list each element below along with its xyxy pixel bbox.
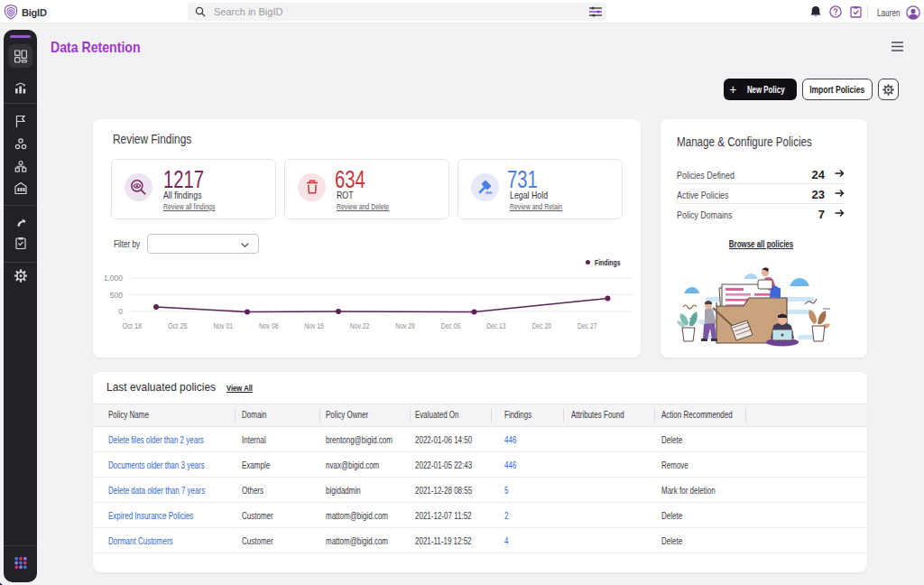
svg-text:Dec 06: Dec 06 — [441, 321, 461, 330]
svg-text:Nov 08: Nov 08 — [259, 321, 279, 330]
svg-text:Nov 29: Nov 29 — [395, 321, 415, 330]
svg-text:1,000: 1,000 — [104, 274, 124, 283]
svg-text:500: 500 — [110, 291, 123, 300]
svg-text:Dec 13: Dec 13 — [486, 321, 506, 330]
svg-text:Nov 15: Nov 15 — [304, 321, 324, 330]
svg-text:Nov 22: Nov 22 — [350, 321, 370, 330]
svg-text:Dec 20: Dec 20 — [532, 321, 552, 330]
svg-text:Nov 01: Nov 01 — [213, 321, 233, 330]
svg-text:Oct 25: Oct 25 — [168, 321, 188, 330]
svg-text:Dec 27: Dec 27 — [578, 321, 597, 330]
svg-text:0: 0 — [118, 307, 123, 316]
svg-text:Oct 18: Oct 18 — [123, 321, 143, 330]
